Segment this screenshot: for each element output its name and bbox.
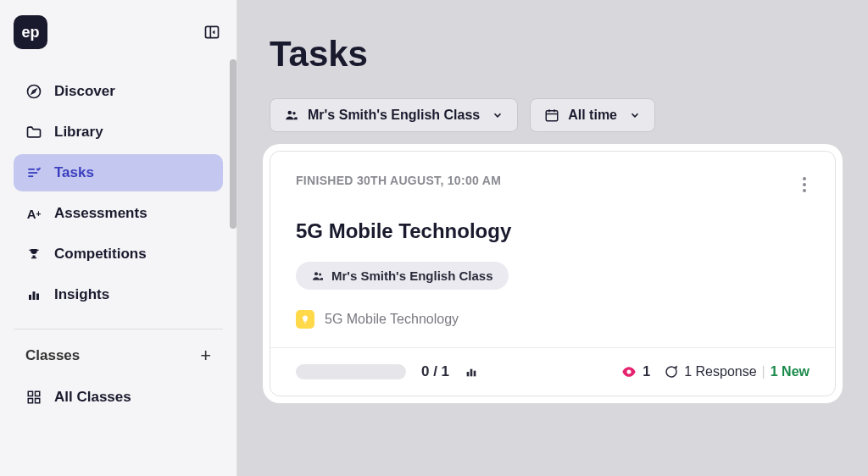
sidebar-item-label: Competitions <box>54 246 147 263</box>
task-meta-right: 1 1 Response | 1 New <box>620 363 810 380</box>
task-progress-group: 0 / 1 <box>296 363 478 380</box>
svg-rect-22 <box>467 372 470 376</box>
sidebar-item-insights[interactable]: Insights <box>14 276 223 313</box>
eye-icon <box>620 363 637 380</box>
add-class-button[interactable]: + <box>200 345 211 367</box>
sidebar-item-library[interactable]: Library <box>14 113 223 151</box>
chevron-down-icon <box>629 109 641 121</box>
task-card[interactable]: FINISHED 30TH AUGUST, 10:00 AM 5G Mobile… <box>270 151 836 396</box>
main-content: Tasks Mr's Smith's English Class All tim… <box>237 0 868 476</box>
tasks-icon <box>25 164 42 181</box>
sidebar-item-all-classes[interactable]: All Classes <box>14 379 223 416</box>
separator: | <box>762 364 765 379</box>
task-class-label: Mr's Smith's English Class <box>331 268 493 283</box>
svg-rect-9 <box>36 294 39 301</box>
comment-icon <box>664 364 679 379</box>
sidebar-header: ep <box>14 15 223 49</box>
task-topic-row: 5G Mobile Technology <box>296 310 810 329</box>
svg-point-14 <box>288 111 292 115</box>
sidebar-item-label: Tasks <box>54 164 94 181</box>
sidebar-scrollbar-thumb[interactable] <box>230 59 236 229</box>
svg-rect-24 <box>474 371 476 377</box>
panel-collapse-icon <box>203 24 220 41</box>
filter-row: Mr's Smith's English Class All time <box>270 98 836 132</box>
task-class-pill[interactable]: Mr's Smith's English Class <box>296 262 509 290</box>
sidebar-item-assessments[interactable]: A+ Assessments <box>14 195 223 232</box>
trophy-icon <box>25 246 42 263</box>
svg-rect-16 <box>546 111 558 121</box>
chevron-down-icon <box>492 109 504 121</box>
task-view-count: 1 <box>643 364 650 379</box>
svg-rect-23 <box>470 369 473 377</box>
sidebar-item-label: All Classes <box>54 389 131 406</box>
bar-chart-icon <box>465 365 478 379</box>
svg-rect-10 <box>28 391 32 396</box>
svg-point-21 <box>319 273 321 275</box>
sidebar-item-label: Discover <box>54 83 115 100</box>
sidebar-item-label: Assessments <box>54 205 147 222</box>
time-filter-dropdown[interactable]: All time <box>530 98 655 132</box>
task-new-badge: 1 New <box>771 364 810 379</box>
sidebar-item-label: Library <box>54 124 103 141</box>
group-icon <box>311 269 325 283</box>
sidebar-item-tasks[interactable]: Tasks <box>14 154 223 191</box>
task-card-footer: 0 / 1 1 1 Response | 1 New <box>270 347 835 396</box>
svg-rect-11 <box>36 391 40 396</box>
task-title: 5G Mobile Technology <box>296 219 810 243</box>
classes-label: Classes <box>25 347 80 364</box>
task-progress-bar <box>296 364 406 379</box>
sidebar-item-discover[interactable]: Discover <box>14 73 223 110</box>
time-filter-label: All time <box>568 108 617 123</box>
task-finished-timestamp: FINISHED 30TH AUGUST, 10:00 AM <box>296 174 501 187</box>
page-title: Tasks <box>270 34 836 75</box>
calendar-icon <box>544 108 559 123</box>
svg-point-20 <box>314 272 318 275</box>
a-plus-icon: A+ <box>25 205 42 222</box>
sidebar-scrollbar[interactable] <box>230 59 236 474</box>
collapse-sidebar-button[interactable] <box>201 21 223 43</box>
task-progress-text: 0 / 1 <box>421 363 449 380</box>
task-menu-button[interactable] <box>799 174 810 196</box>
sidebar-divider <box>14 329 223 329</box>
compass-icon <box>25 83 42 100</box>
task-topic-label: 5G Mobile Technology <box>325 312 459 327</box>
grid-icon <box>25 389 42 406</box>
app-logo[interactable]: ep <box>14 15 47 49</box>
task-responses[interactable]: 1 Response | 1 New <box>664 364 810 379</box>
svg-rect-12 <box>28 399 32 403</box>
svg-rect-0 <box>206 26 219 37</box>
task-card-body: FINISHED 30TH AUGUST, 10:00 AM 5G Mobile… <box>270 152 835 347</box>
sidebar-item-competitions[interactable]: Competitions <box>14 235 223 273</box>
classes-section-header: Classes + <box>14 338 223 374</box>
task-meta-row: FINISHED 30TH AUGUST, 10:00 AM <box>296 174 810 196</box>
lightbulb-icon <box>296 310 314 329</box>
sidebar: ep Discover Library Tasks A+ Assessments… <box>0 0 237 476</box>
svg-point-2 <box>28 86 41 98</box>
task-views: 1 <box>620 363 650 380</box>
class-filter-label: Mr's Smith's English Class <box>308 108 480 123</box>
svg-rect-8 <box>33 291 36 300</box>
svg-marker-3 <box>32 90 36 94</box>
folder-icon <box>25 124 42 141</box>
sidebar-item-label: Insights <box>54 286 109 303</box>
task-response-text: 1 Response <box>684 364 756 379</box>
bar-chart-icon <box>25 286 42 303</box>
svg-point-15 <box>292 112 295 114</box>
svg-rect-13 <box>36 399 40 403</box>
group-icon <box>284 108 299 123</box>
class-filter-dropdown[interactable]: Mr's Smith's English Class <box>270 98 518 132</box>
svg-rect-7 <box>29 295 31 300</box>
